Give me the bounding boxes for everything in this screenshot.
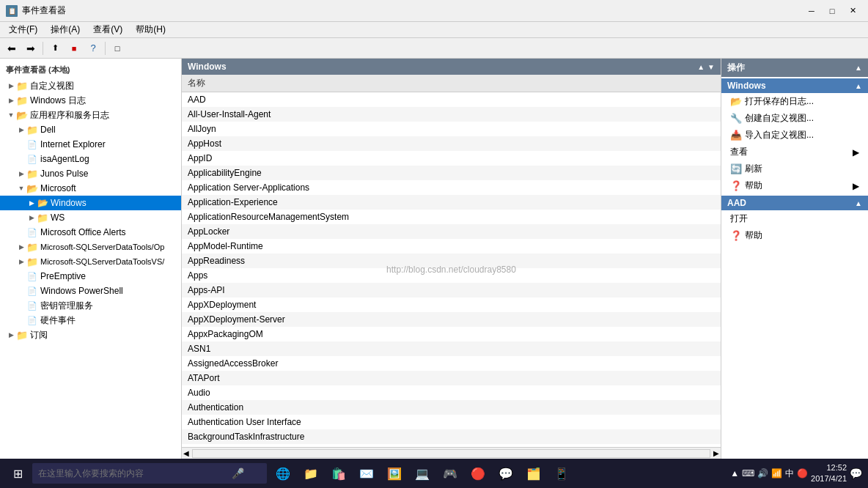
scroll-up-arrow[interactable]: ▲ bbox=[697, 63, 705, 71]
list-item[interactable]: AssignedAccessBroker bbox=[182, 356, 721, 371]
right-action-open-saved[interactable]: 📂 打开保存的日志... bbox=[721, 93, 868, 110]
right-action-help[interactable]: ❓ 帮助 ▶ bbox=[721, 177, 868, 194]
taskbar-app-mail[interactable]: ✉️ bbox=[353, 460, 380, 487]
list-item[interactable]: BackgroundTaskInfrastructure bbox=[182, 429, 721, 444]
sidebar-item-apps-log[interactable]: ▼ 📂 应用程序和服务日志 bbox=[0, 108, 181, 122]
close-button[interactable]: ✕ bbox=[843, 4, 862, 18]
right-action-help-label: 帮助 bbox=[745, 180, 762, 192]
sidebar-item-dell[interactable]: ▶ 📁 Dell bbox=[0, 122, 181, 137]
list-item[interactable]: AllJoyn bbox=[182, 122, 721, 136]
right-action-refresh[interactable]: 🔄 刷新 bbox=[721, 160, 868, 177]
tray-lang[interactable]: 中 bbox=[785, 467, 794, 480]
sidebar-item-subscriptions[interactable]: ▶ 📁 订阅 bbox=[0, 328, 181, 342]
label-custom-views: 自定义视图 bbox=[30, 80, 74, 92]
right-action-help2[interactable]: ❓ 帮助 bbox=[721, 227, 868, 244]
folder-icon-windows-log: 📁 bbox=[16, 95, 28, 106]
list-item[interactable]: AppID bbox=[182, 151, 721, 166]
taskbar-app-edge[interactable]: 🌐 bbox=[270, 460, 296, 487]
sidebar-item-windows-log[interactable]: ▶ 📁 Windows 日志 bbox=[0, 93, 181, 108]
right-collapse-icon[interactable]: ▲ bbox=[855, 64, 862, 72]
taskbar-app-wechat[interactable]: 💬 bbox=[493, 460, 519, 487]
notification-icon[interactable]: 💬 bbox=[850, 467, 862, 479]
list-item[interactable]: ATAPort bbox=[182, 371, 721, 385]
arrow-subscriptions: ▶ bbox=[6, 330, 16, 340]
list-area[interactable]: AADAll-User-Install-AgentAllJoynAppHostA… bbox=[182, 92, 721, 447]
taskbar-app-explorer[interactable]: 📁 bbox=[298, 460, 324, 487]
tray-antivirus: 🔴 bbox=[797, 468, 808, 478]
list-item[interactable]: AppReadiness bbox=[182, 254, 721, 268]
toolbar-back[interactable]: ⬅ bbox=[3, 40, 21, 56]
h-scrollbar[interactable] bbox=[192, 449, 710, 458]
list-item[interactable]: ASN1 bbox=[182, 341, 721, 356]
toolbar-forward[interactable]: ➡ bbox=[22, 40, 40, 56]
menu-action[interactable]: 操作(A) bbox=[45, 22, 86, 37]
right-action-help2-label: 帮助 bbox=[745, 229, 762, 242]
list-item[interactable]: Audio bbox=[182, 385, 721, 400]
tray-expand[interactable]: ▲ bbox=[730, 468, 739, 478]
sidebar-item-microsoft[interactable]: ▼ 📂 Microsoft bbox=[0, 181, 181, 196]
right-action-create-view[interactable]: 🔧 创建自定义视图... bbox=[721, 110, 868, 127]
right-action-view[interactable]: 查看 ▶ bbox=[721, 144, 868, 160]
h-scroll-right[interactable]: ▶ bbox=[712, 449, 721, 457]
list-item[interactable]: Application Server-Applications bbox=[182, 180, 721, 195]
sidebar-item-ssdt-op[interactable]: ▶ 📁 Microsoft-SQLServerDataTools/Op bbox=[0, 240, 181, 254]
sidebar-item-hw-events[interactable]: 📄 硬件事件 bbox=[0, 313, 181, 328]
list-item[interactable]: Apps bbox=[182, 268, 721, 283]
sidebar-item-preemptive[interactable]: 📄 PreEmptive bbox=[0, 269, 181, 284]
sidebar-item-office-alerts[interactable]: 📄 Microsoft Office Alerts bbox=[0, 225, 181, 240]
start-button[interactable]: ⊞ bbox=[3, 460, 32, 487]
toolbar-up[interactable]: ⬆ bbox=[46, 40, 64, 56]
sidebar-item-windows[interactable]: ▶ 📂 Windows bbox=[0, 196, 181, 210]
list-item[interactable]: Application-Experience bbox=[182, 195, 721, 210]
h-scroll-left[interactable]: ◀ bbox=[182, 449, 191, 457]
toolbar-extra[interactable]: □ bbox=[108, 40, 126, 56]
list-item[interactable]: AppxPackagingOM bbox=[182, 327, 721, 341]
taskbar-app-game[interactable]: 🎮 bbox=[437, 460, 463, 487]
sidebar-item-custom-views[interactable]: ▶ 📁 自定义视图 bbox=[0, 78, 181, 93]
sidebar-item-isa[interactable]: 📄 isaAgentLog bbox=[0, 152, 181, 166]
list-item[interactable]: AppXDeployment bbox=[182, 297, 721, 312]
list-item[interactable]: AAD bbox=[182, 92, 721, 107]
list-item[interactable]: AppXDeployment-Server bbox=[182, 312, 721, 327]
taskbar-app-pycharm[interactable]: 💻 bbox=[409, 460, 435, 487]
right-section-windows[interactable]: Windows ▲ bbox=[721, 78, 868, 93]
toolbar-sep-1 bbox=[43, 42, 43, 55]
right-action-import-view[interactable]: 📥 导入自定义视图... bbox=[721, 127, 868, 144]
list-item[interactable]: AppModel-Runtime bbox=[182, 239, 721, 254]
tray-volume[interactable]: 🔊 bbox=[757, 468, 768, 478]
list-item[interactable]: Authentication bbox=[182, 400, 721, 415]
sidebar-item-ssdt-vs[interactable]: ▶ 📁 Microsoft-SQLServerDataToolsVS/ bbox=[0, 254, 181, 269]
maximize-button[interactable]: □ bbox=[823, 4, 842, 18]
taskbar-app-files[interactable]: 🗂️ bbox=[521, 460, 547, 487]
menu-view[interactable]: 查看(V) bbox=[87, 22, 128, 37]
right-action-open[interactable]: 打开 bbox=[721, 210, 868, 227]
taskbar-app-phone[interactable]: 📱 bbox=[548, 460, 575, 487]
sidebar-item-ws[interactable]: ▶ 📁 WS bbox=[0, 210, 181, 225]
sidebar-item-junos[interactable]: ▶ 📁 Junos Pulse bbox=[0, 166, 181, 181]
minimize-button[interactable]: ─ bbox=[802, 4, 821, 18]
taskbar-app-red[interactable]: 🔴 bbox=[465, 460, 491, 487]
list-item[interactable]: ApplicabilityEngine bbox=[182, 166, 721, 180]
menu-help[interactable]: 帮助(H) bbox=[130, 22, 172, 37]
list-item[interactable]: AppHost bbox=[182, 136, 721, 151]
menu-file[interactable]: 文件(F) bbox=[3, 22, 43, 37]
list-item[interactable]: Authentication User Interface bbox=[182, 415, 721, 429]
search-box[interactable]: 🎤 bbox=[32, 463, 267, 484]
center-content: AADAll-User-Install-AgentAllJoynAppHostA… bbox=[182, 92, 721, 447]
sidebar-item-powershell[interactable]: 📄 Windows PowerShell bbox=[0, 284, 181, 298]
system-clock[interactable]: 12:52 2017/4/21 bbox=[811, 462, 847, 485]
taskbar-app-store[interactable]: 🛍️ bbox=[326, 460, 352, 487]
scroll-down-arrow[interactable]: ▼ bbox=[707, 63, 715, 71]
taskbar-app-photo[interactable]: 🖼️ bbox=[381, 460, 408, 487]
list-item[interactable]: All-User-Install-Agent bbox=[182, 107, 721, 122]
sidebar-item-keymgmt[interactable]: 📄 密钥管理服务 bbox=[0, 298, 181, 313]
list-item[interactable]: ApplicationResourceManagementSystem bbox=[182, 210, 721, 224]
list-item[interactable]: AppLocker bbox=[182, 224, 721, 239]
toolbar-stop[interactable]: ■ bbox=[65, 40, 83, 56]
list-item[interactable]: Apps-API bbox=[182, 283, 721, 297]
sidebar-item-ie[interactable]: 📄 Internet Explorer bbox=[0, 137, 181, 152]
search-input[interactable] bbox=[38, 468, 229, 478]
right-section-aad[interactable]: AAD ▲ bbox=[721, 196, 868, 210]
tray-network[interactable]: 📶 bbox=[771, 468, 782, 478]
toolbar-help[interactable]: ? bbox=[84, 40, 102, 56]
